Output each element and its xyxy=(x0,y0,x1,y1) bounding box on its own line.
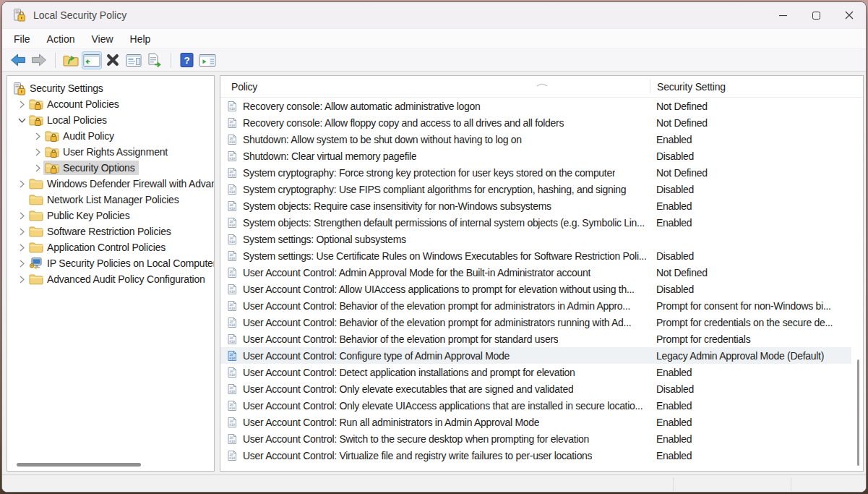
chevron-right-icon[interactable] xyxy=(16,178,27,189)
policy-row[interactable]: 10010User Account Control: Virtualize fi… xyxy=(220,447,851,464)
policy-row[interactable]: 10010Shutdown: Clear virtual memory page… xyxy=(220,148,851,164)
tree-item-application-control-policies[interactable]: Application Control Policies xyxy=(7,239,214,255)
vertical-scrollbar-thumb[interactable] xyxy=(857,359,859,466)
minimize-button[interactable] xyxy=(766,2,799,28)
policy-doc-icon: 10010 xyxy=(226,383,238,395)
policy-name: User Account Control: Configure type of … xyxy=(243,350,510,362)
tree-item-windows-defender-firewall-with-advan[interactable]: Windows Defender Firewall with Advan xyxy=(7,176,214,192)
tree-item-label: Local Policies xyxy=(47,114,107,126)
policy-row[interactable]: 10010User Account Control: Only elevate … xyxy=(220,380,851,397)
horizontal-scrollbar-thumb[interactable] xyxy=(17,463,141,467)
tree-item-local-policies[interactable]: Local Policies xyxy=(7,112,214,128)
policy-row[interactable]: 10010System objects: Strengthen default … xyxy=(220,214,851,231)
policy-row[interactable]: 10010User Account Control: Behavior of t… xyxy=(220,297,851,314)
tree-item-user-rights-assignment[interactable]: User Rights Assignment xyxy=(7,144,214,160)
title-bar: Local Security Policy xyxy=(2,2,866,29)
window-title: Local Security Policy xyxy=(33,9,126,21)
chevron-right-icon[interactable] xyxy=(16,210,27,221)
toolbar-back-button[interactable] xyxy=(8,51,28,69)
policy-doc-icon: 10010 xyxy=(226,267,238,278)
chevron-right-icon[interactable] xyxy=(16,98,27,110)
svg-text:10: 10 xyxy=(229,203,233,206)
properties-icon xyxy=(126,54,142,67)
security-setting-value: Enabled xyxy=(650,417,851,428)
policy-name: Recovery console: Allow automatic admini… xyxy=(243,101,481,112)
folder-lock-icon xyxy=(29,114,43,126)
chevron-down-icon[interactable] xyxy=(16,114,27,126)
chevron-right-icon[interactable] xyxy=(32,146,43,158)
policy-cell: 10010User Account Control: Run all admin… xyxy=(220,417,650,428)
policy-row[interactable]: 10010Recovery console: Allow automatic a… xyxy=(220,98,851,114)
toolbar-show-hide-console-tree-button[interactable] xyxy=(82,51,102,69)
policy-row[interactable]: 10010User Account Control: Allow UIAcces… xyxy=(220,281,851,297)
tree-item-public-key-policies[interactable]: Public Key Policies xyxy=(7,208,214,223)
menu-file[interactable]: File xyxy=(7,31,38,47)
svg-text:10: 10 xyxy=(229,336,233,339)
policy-doc-icon: 10010 xyxy=(226,101,238,112)
policy-cell: 10010User Account Control: Detect applic… xyxy=(220,367,650,378)
column-header-policy[interactable]: Policy xyxy=(220,81,650,93)
security-setting-value: Enabled xyxy=(650,400,851,412)
chevron-right-icon[interactable] xyxy=(16,242,27,253)
policy-name: User Account Control: Behavior of the el… xyxy=(243,300,630,312)
tree-item-network-list-manager-policies[interactable]: Network List Manager Policies xyxy=(7,192,214,208)
policy-row[interactable]: 10010System settings: Optional subsystem… xyxy=(220,231,851,247)
folder-icon xyxy=(29,210,43,221)
maximize-button[interactable] xyxy=(799,2,833,28)
toolbar-up-one-level-button[interactable] xyxy=(61,51,81,69)
policy-row[interactable]: 10010User Account Control: Behavior of t… xyxy=(220,331,851,347)
menu-action[interactable]: Action xyxy=(40,31,82,47)
tree-item-security-settings[interactable]: Security Settings xyxy=(7,80,214,96)
policy-row[interactable]: 10010System cryptography: Use FIPS compl… xyxy=(220,181,851,197)
toolbar-export-list-button[interactable] xyxy=(145,51,165,69)
show-tree-icon xyxy=(83,54,100,67)
tree-item-ip-security-policies-on-local-computer[interactable]: IP Security Policies on Local Computer xyxy=(7,255,214,271)
policy-row[interactable]: 10010System cryptography: Force strong k… xyxy=(220,164,851,181)
toolbar-properties-button[interactable] xyxy=(124,51,144,69)
tree-item-label: Account Policies xyxy=(47,98,119,110)
svg-text:010: 010 xyxy=(229,340,235,344)
chevron-right-icon[interactable] xyxy=(16,257,27,269)
policy-row[interactable]: 10010User Account Control: Switch to the… xyxy=(220,430,851,447)
security-setting-value: Not Defined xyxy=(650,101,851,112)
toolbar-delete-button[interactable] xyxy=(103,51,123,69)
folder-icon xyxy=(29,226,43,237)
close-button[interactable] xyxy=(833,2,866,28)
chevron-right-icon[interactable] xyxy=(32,130,43,142)
policy-row[interactable]: 10010Shutdown: Allow system to be shut d… xyxy=(220,131,851,148)
policy-row[interactable]: 10010User Account Control: Run all admin… xyxy=(220,414,851,430)
tree-item-account-policies[interactable]: Account Policies xyxy=(7,96,214,112)
policy-row[interactable]: 10010Recovery console: Allow floppy copy… xyxy=(220,114,851,131)
policy-row[interactable]: 10010User Account Control: Detect applic… xyxy=(220,364,851,380)
policy-row[interactable]: 10010User Account Control: Only elevate … xyxy=(220,397,851,414)
tree-item-advanced-audit-policy-configuration[interactable]: Advanced Audit Policy Configuration xyxy=(7,271,214,287)
policy-row[interactable]: 10010User Account Control: Behavior of t… xyxy=(220,314,851,331)
tree-item-security-options[interactable]: Security Options xyxy=(7,160,214,176)
policy-doc-icon: 10010 xyxy=(226,117,238,129)
policy-cell: 10010User Account Control: Virtualize fi… xyxy=(220,450,650,461)
policy-cell: 10010Recovery console: Allow floppy copy… xyxy=(220,117,650,129)
tree-item-software-restriction-policies[interactable]: Software Restriction Policies xyxy=(7,223,214,239)
toolbar-forward-button[interactable] xyxy=(29,51,49,69)
chevron-right-icon[interactable] xyxy=(32,162,43,174)
svg-text:10: 10 xyxy=(229,153,233,156)
policy-doc-icon: 10010 xyxy=(226,367,238,378)
policy-row[interactable]: 10010User Account Control: Configure typ… xyxy=(220,347,851,364)
menu-view[interactable]: View xyxy=(84,31,120,47)
svg-text:010: 010 xyxy=(229,174,235,177)
app-icon xyxy=(12,8,26,22)
toolbar-help-button[interactable]: ? xyxy=(176,51,197,69)
chevron-right-icon[interactable] xyxy=(16,273,27,285)
policy-row[interactable]: 10010System objects: Require case insens… xyxy=(220,197,851,214)
tree-item-label: Windows Defender Firewall with Advan xyxy=(47,178,215,189)
tree-item-audit-policy[interactable]: Audit Policy xyxy=(7,128,214,144)
policy-row[interactable]: 10010User Account Control: Admin Approva… xyxy=(220,264,851,281)
chevron-right-icon[interactable] xyxy=(16,226,27,237)
policy-name: User Account Control: Only elevate execu… xyxy=(243,383,573,395)
menu-help[interactable]: Help xyxy=(123,31,158,47)
column-header-security-setting[interactable]: Security Setting xyxy=(650,80,863,93)
toolbar-show-hide-action-pane-button[interactable] xyxy=(197,51,218,69)
tree-item-label: Security Settings xyxy=(30,82,103,94)
policy-row[interactable]: 10010System settings: Use Certificate Ru… xyxy=(220,247,851,264)
security-setting-value: Enabled xyxy=(650,217,851,229)
